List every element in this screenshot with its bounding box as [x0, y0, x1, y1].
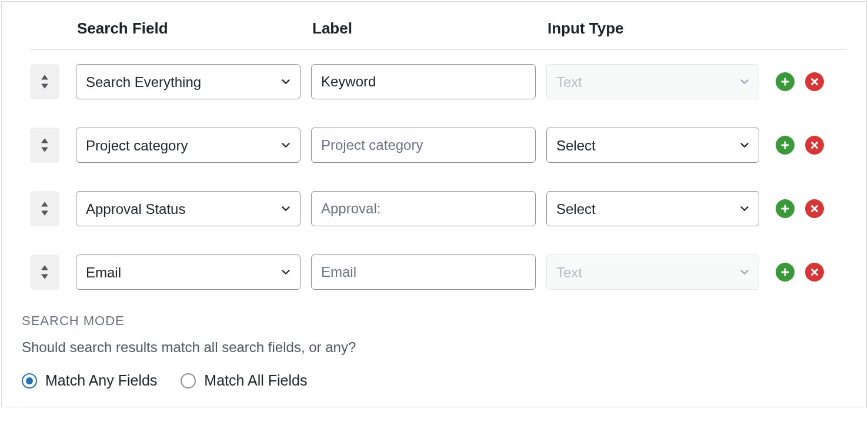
close-icon	[809, 76, 820, 87]
table-row: Project category Select	[22, 128, 846, 163]
label-input[interactable]	[311, 254, 536, 290]
add-row-button[interactable]	[776, 263, 794, 282]
header-input-type: Input Type	[536, 19, 759, 38]
sort-icon	[39, 73, 51, 90]
search-field-select[interactable]: Search Everything	[76, 64, 301, 99]
add-row-button[interactable]	[776, 72, 794, 91]
input-type-select[interactable]: Select	[546, 191, 759, 226]
input-type-select[interactable]: Text	[546, 254, 759, 290]
drag-handle[interactable]	[30, 254, 59, 290]
close-icon	[809, 140, 820, 150]
table-row: Email Text	[22, 254, 846, 290]
radio-match-any-input[interactable]	[22, 373, 37, 388]
table-header: Search Field Label Input Type	[30, 19, 846, 50]
drag-handle[interactable]	[30, 64, 59, 99]
plus-icon	[780, 140, 790, 150]
table-row: Approval Status Select	[22, 191, 846, 226]
header-search-field: Search Field	[65, 19, 301, 38]
input-type-select[interactable]: Text	[546, 64, 759, 99]
radio-match-any[interactable]: Match Any Fields	[22, 372, 157, 389]
search-field-select[interactable]: Project category	[76, 128, 301, 163]
remove-row-button[interactable]	[805, 263, 824, 282]
search-mode-radios: Match Any Fields Match All Fields	[22, 372, 846, 389]
drag-handle[interactable]	[30, 128, 59, 163]
search-field-select[interactable]: Email	[76, 254, 301, 290]
input-type-select[interactable]: Select	[546, 128, 759, 163]
sort-icon	[39, 264, 51, 280]
radio-match-all[interactable]: Match All Fields	[181, 372, 307, 389]
close-icon	[809, 203, 820, 214]
label-input[interactable]	[311, 128, 536, 163]
add-row-button[interactable]	[776, 136, 794, 155]
label-input[interactable]	[311, 191, 536, 226]
search-fields-panel: Search Field Label Input Type Search Eve…	[1, 1, 867, 407]
drag-handle[interactable]	[30, 191, 59, 226]
plus-icon	[780, 267, 790, 277]
sort-icon	[39, 137, 51, 153]
rows-container: Search Everything Text	[22, 64, 846, 290]
sort-icon	[39, 200, 51, 217]
add-row-button[interactable]	[776, 199, 794, 218]
search-mode-desc: Should search results match all search f…	[22, 339, 846, 356]
search-mode-title: SEARCH MODE	[22, 313, 846, 329]
radio-match-any-label: Match Any Fields	[45, 372, 157, 389]
header-label: Label	[301, 19, 536, 38]
remove-row-button[interactable]	[805, 72, 824, 91]
search-field-select[interactable]: Approval Status	[76, 191, 301, 226]
remove-row-button[interactable]	[805, 199, 824, 218]
plus-icon	[780, 203, 790, 214]
table-row: Search Everything Text	[22, 64, 846, 99]
radio-match-all-label: Match All Fields	[204, 372, 307, 389]
close-icon	[809, 267, 820, 277]
remove-row-button[interactable]	[805, 136, 824, 155]
plus-icon	[780, 76, 790, 87]
label-input[interactable]	[311, 64, 536, 99]
radio-match-all-input[interactable]	[181, 373, 196, 388]
